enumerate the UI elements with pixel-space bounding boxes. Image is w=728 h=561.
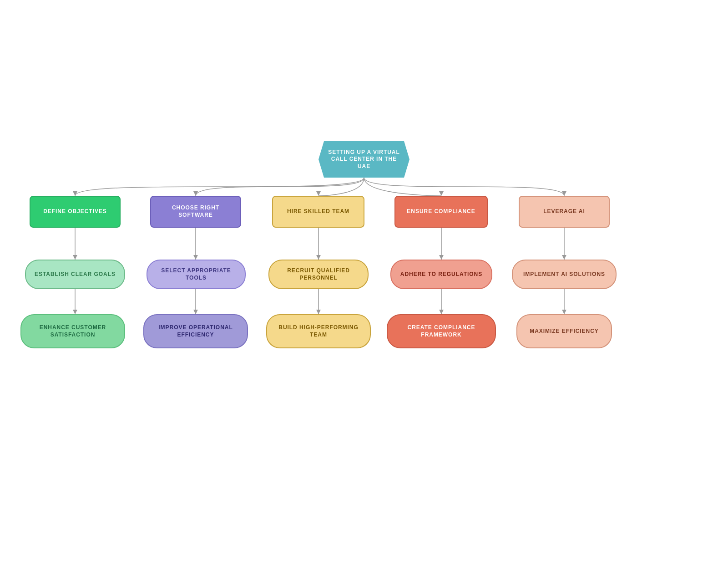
svg-marker-8	[73, 310, 77, 314]
label-establish-clear-goals: ESTABLISH CLEAR GOALS	[35, 271, 116, 278]
node-establish-clear-goals: ESTABLISH CLEAR GOALS	[25, 260, 125, 289]
svg-marker-16	[316, 310, 321, 314]
label-hire-skilled-team: HIRE SKILLED TEAM	[287, 208, 349, 215]
node-choose-right-software: CHOOSE RIGHT SOFTWARE	[150, 196, 241, 228]
node-improve-operational-efficiency: IMPROVE OPERATIONAL EFFICIENCY	[143, 314, 248, 348]
root-label: SETTING UP A VIRTUAL CALL CENTER IN THE …	[325, 149, 403, 170]
node-implement-ai-solutions: IMPLEMENT AI SOLUTIONS	[512, 260, 617, 289]
svg-marker-22	[562, 255, 566, 260]
svg-marker-10	[193, 255, 198, 260]
label-choose-right-software: CHOOSE RIGHT SOFTWARE	[157, 204, 234, 219]
label-adhere-to-regulations: ADHERE TO REGULATIONS	[400, 271, 482, 278]
svg-marker-3	[439, 191, 444, 196]
node-build-high-performing-team: BUILD HIGH-PERFORMING TEAM	[266, 314, 371, 348]
svg-marker-14	[316, 255, 321, 260]
svg-marker-20	[439, 310, 444, 314]
root-node: SETTING UP A VIRTUAL CALL CENTER IN THE …	[318, 141, 410, 178]
node-maximize-efficiency: MAXIMIZE EFFICIENCY	[516, 314, 612, 348]
label-implement-ai-solutions: IMPLEMENT AI SOLUTIONS	[523, 271, 605, 278]
label-enhance-customer-satisfaction: ENHANCE CUSTOMER SATISFACTION	[28, 324, 118, 338]
node-select-appropriate-tools: SELECT APPROPRIATE TOOLS	[147, 260, 246, 289]
label-leverage-ai: LEVERAGE AI	[543, 208, 585, 215]
node-recruit-qualified-personnel: RECRUIT QUALIFIED PERSONNEL	[268, 260, 369, 289]
svg-marker-12	[193, 310, 198, 314]
svg-marker-18	[439, 255, 444, 260]
node-ensure-compliance: ENSURE COMPLIANCE	[394, 196, 488, 228]
diagram-container: SETTING UP A VIRTUAL CALL CENTER IN THE …	[0, 0, 728, 561]
label-create-compliance-framework: CREATE COMPLIANCE FRAMEWORK	[394, 324, 489, 338]
svg-marker-2	[316, 191, 321, 196]
label-recruit-qualified-personnel: RECRUIT QUALIFIED PERSONNEL	[276, 267, 361, 281]
svg-marker-0	[73, 191, 77, 196]
node-enhance-customer-satisfaction: ENHANCE CUSTOMER SATISFACTION	[20, 314, 125, 348]
svg-marker-6	[73, 255, 77, 260]
svg-marker-24	[562, 310, 566, 314]
label-build-high-performing-team: BUILD HIGH-PERFORMING TEAM	[273, 324, 364, 338]
label-ensure-compliance: ENSURE COMPLIANCE	[407, 208, 475, 215]
label-select-appropriate-tools: SELECT APPROPRIATE TOOLS	[154, 267, 238, 281]
label-improve-operational-efficiency: IMPROVE OPERATIONAL EFFICIENCY	[151, 324, 241, 338]
label-maximize-efficiency: MAXIMIZE EFFICIENCY	[530, 328, 599, 335]
svg-marker-1	[193, 191, 198, 196]
label-define-objectives: DEFINE OBJECTIVES	[43, 208, 107, 215]
svg-marker-4	[562, 191, 566, 196]
node-create-compliance-framework: CREATE COMPLIANCE FRAMEWORK	[387, 314, 496, 348]
node-define-objectives: DEFINE OBJECTIVES	[30, 196, 121, 228]
node-hire-skilled-team: HIRE SKILLED TEAM	[272, 196, 364, 228]
node-leverage-ai: LEVERAGE AI	[519, 196, 610, 228]
node-adhere-to-regulations: ADHERE TO REGULATIONS	[390, 260, 492, 289]
